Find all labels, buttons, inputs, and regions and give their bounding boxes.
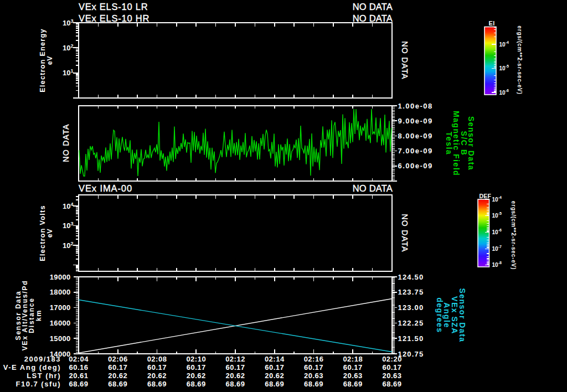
svg-text:68.69: 68.69	[343, 380, 363, 388]
svg-text:02:18: 02:18	[343, 355, 363, 363]
svg-text:20.63: 20.63	[382, 372, 401, 380]
svg-text:DEF: DEF	[480, 193, 492, 199]
svg-text:8.00e-09: 8.00e-09	[398, 132, 433, 140]
svg-text:02:10: 02:10	[186, 355, 206, 363]
svg-text:124.50: 124.50	[398, 273, 424, 281]
svg-text:VEx ELS-10 LR: VEx ELS-10 LR	[79, 2, 148, 12]
svg-text:degrees: degrees	[435, 297, 444, 333]
svg-text:NO DATA: NO DATA	[400, 41, 409, 79]
svg-text:km: km	[35, 310, 43, 321]
svg-text:02:06: 02:06	[108, 355, 128, 363]
svg-text:20.63: 20.63	[343, 372, 363, 380]
svg-text:F10.7 (sfu): F10.7 (sfu)	[16, 380, 61, 388]
svg-text:ergs/(cm**2-sr-sec-eV): ergs/(cm**2-sr-sec-eV)	[517, 25, 523, 94]
svg-text:V-E Ang (deg): V-E Ang (deg)	[3, 363, 61, 372]
svg-text:NO DATA: NO DATA	[400, 214, 409, 252]
svg-text:eV: eV	[46, 56, 54, 65]
svg-text:19000: 19000	[50, 273, 71, 281]
svg-text:NO DATA: NO DATA	[353, 183, 393, 193]
svg-text:68.69: 68.69	[69, 380, 88, 388]
svg-text:123.75: 123.75	[398, 288, 424, 296]
svg-text:20.62: 20.62	[147, 372, 167, 380]
svg-text:20.62: 20.62	[225, 372, 245, 380]
svg-text:20.61: 20.61	[69, 372, 88, 380]
svg-text:LST (hr): LST (hr)	[27, 372, 61, 380]
svg-text:123.00: 123.00	[398, 303, 424, 312]
svg-text:60.17: 60.17	[147, 363, 167, 372]
svg-text:60.16: 60.16	[69, 363, 88, 372]
svg-text:ergs/(cm**2-sr-sec-eV): ergs/(cm**2-sr-sec-eV)	[511, 201, 517, 270]
svg-text:20.62: 20.62	[187, 372, 206, 380]
svg-text:15000: 15000	[50, 334, 71, 343]
svg-text:20.63: 20.63	[304, 372, 323, 380]
svg-text:20.62: 20.62	[108, 372, 127, 380]
svg-text:eV: eV	[46, 229, 54, 238]
svg-text:68.69: 68.69	[147, 380, 167, 388]
svg-text:NO DATA: NO DATA	[61, 123, 70, 162]
svg-text:60.17: 60.17	[187, 363, 206, 372]
svg-text:60.17: 60.17	[382, 363, 401, 372]
svg-text:02:04: 02:04	[69, 355, 89, 363]
svg-text:VEx ELS-10 HR: VEx ELS-10 HR	[79, 13, 150, 23]
svg-text:7.00e-09: 7.00e-09	[398, 147, 433, 155]
svg-text:9.00e-09: 9.00e-09	[398, 117, 433, 125]
svg-text:68.69: 68.69	[187, 380, 206, 388]
svg-text:60.17: 60.17	[304, 363, 323, 372]
svg-text:60.17: 60.17	[225, 363, 245, 372]
svg-text:122.25: 122.25	[398, 319, 424, 327]
svg-text:NO DATA: NO DATA	[353, 13, 393, 23]
svg-text:VEx IMA-00: VEx IMA-00	[79, 183, 132, 193]
svg-text:20.62: 20.62	[265, 372, 284, 380]
svg-text:El: El	[489, 20, 495, 27]
svg-text:2009/183: 2009/183	[24, 355, 61, 363]
svg-text:17000: 17000	[50, 303, 71, 312]
svg-text:60.17: 60.17	[265, 363, 284, 372]
svg-text:02:12: 02:12	[225, 355, 245, 363]
svg-text:02:20: 02:20	[382, 355, 402, 363]
svg-text:68.69: 68.69	[265, 380, 284, 388]
svg-text:1.00e-08: 1.00e-08	[398, 102, 433, 110]
svg-text:6.00e-09: 6.00e-09	[398, 162, 433, 170]
svg-text:68.69: 68.69	[382, 380, 401, 388]
svg-text:68.69: 68.69	[304, 380, 323, 388]
svg-text:60.17: 60.17	[108, 363, 127, 372]
svg-text:18000: 18000	[50, 288, 71, 296]
svg-text:68.69: 68.69	[108, 380, 127, 388]
svg-text:02:16: 02:16	[304, 355, 324, 363]
svg-text:02:08: 02:08	[147, 355, 167, 363]
svg-text:121.50: 121.50	[398, 334, 424, 343]
svg-text:16000: 16000	[50, 319, 71, 327]
svg-text:02:14: 02:14	[265, 355, 285, 363]
svg-text:68.69: 68.69	[225, 380, 245, 388]
svg-text:NO DATA: NO DATA	[353, 2, 393, 12]
svg-text:60.17: 60.17	[343, 363, 363, 372]
svg-text:Tesla: Tesla	[445, 132, 453, 155]
